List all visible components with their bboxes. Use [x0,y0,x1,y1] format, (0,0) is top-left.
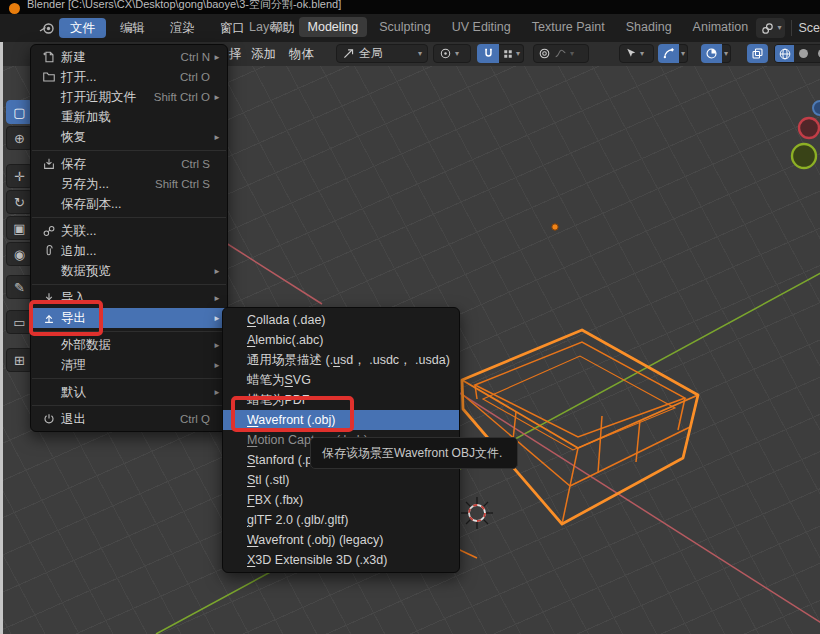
move-tool[interactable]: ✛ [6,164,33,188]
export-menu-item[interactable]: X3D Extensible 3D (.x3d) [223,550,459,570]
export-menu-item[interactable]: Collada (.dae) [223,310,459,330]
shortcut-label: Ctrl N [181,51,210,63]
menubar-item-编辑[interactable]: 编辑 [109,18,156,38]
workspace-tab-animation[interactable]: Animation [684,17,758,37]
menu-item-label: 退出 [61,411,180,428]
shading-wireframe-button[interactable] [775,44,794,63]
file-menu-item[interactable]: 退出Ctrl Q [31,409,227,429]
gizmo-group: ▾ [658,44,693,63]
menu-item-label: 重新加载 [61,109,210,126]
chevron-down-icon: ▾ [418,50,422,58]
object-visibility-dropdown[interactable]: ▾ [619,44,654,63]
file-menu-item[interactable]: 另存为...Shift Ctrl S [31,174,227,194]
menu-item-label: 数据预览 [61,263,210,280]
shading-solid-button[interactable] [794,44,813,63]
menu-separator [32,405,226,406]
export-menu-item[interactable]: Wavefront (.obj) (legacy) [223,530,459,550]
scene-name-label[interactable]: Sce [798,21,820,35]
select-menu[interactable]: 择 [229,46,242,63]
transform-tool[interactable]: ◉ [6,242,33,266]
shortcut-label: Ctrl O [180,71,210,83]
annotate-tool[interactable]: ✎ [6,275,33,299]
export-menu-item[interactable]: 通用场景描述 (.usd， .usdc， .usda) [223,350,459,370]
workspace-tab-sculpting[interactable]: Sculpting [370,17,439,37]
file-menu-item[interactable]: 清理► [31,355,227,375]
file-menu-item[interactable]: 保存副本... [31,194,227,214]
snap-group: ▾ [477,44,527,63]
export-menu-item[interactable]: 蜡笔为SVG [223,370,459,390]
export-menu-item[interactable]: 蜡笔为PDF [223,390,459,410]
toggle-xray-button[interactable] [747,44,768,63]
scene-selector-button[interactable]: ▾ [756,18,785,38]
object-menu[interactable]: 物体 [289,46,314,63]
workspace-tabs: LayoutModelingSculptingUV EditingTexture… [240,17,761,37]
menubar-item-文件[interactable]: 文件 [59,18,106,38]
proportional-edit-icon [538,47,551,60]
export-menu-item[interactable]: Stl (.stl) [223,470,459,490]
wireframe-sphere-icon [778,47,792,61]
menu-item-label: 追加... [61,243,210,260]
file-menu-item[interactable]: 追加... [31,241,227,261]
file-menu-item[interactable]: 关联... [31,221,227,241]
proportional-edit-group[interactable]: ▾ [533,44,589,63]
menubar-item-渲染[interactable]: 渲染 [159,18,206,38]
workspace-tab-shading[interactable]: Shading [617,17,681,37]
file-menu-item[interactable]: 外部数据► [31,335,227,355]
export-menu-item[interactable]: FBX (.fbx) [223,490,459,510]
shading-mode-group [774,44,820,63]
save-icon [39,157,59,171]
file-menu-item[interactable]: 打开...Ctrl O [31,67,227,87]
file-menu-item[interactable]: 导出► [31,308,227,328]
submenu-arrow-icon: ► [213,267,221,276]
export-menu-item[interactable]: Wavefront (.obj) [223,410,459,430]
shading-material-button[interactable] [813,44,820,63]
workspace-tab-uv-editing[interactable]: UV Editing [443,17,520,37]
scale-tool[interactable]: ▣ [6,216,33,240]
file-menu-item[interactable]: 新建Ctrl N► [31,47,227,67]
rotate-tool[interactable]: ↻ [6,190,33,214]
chevron-down-icon: ▾ [724,50,728,58]
file-menu-item[interactable]: 保存Ctrl S [31,154,227,174]
link-icon [39,224,59,238]
workspace-tab-layout[interactable]: Layout [240,17,296,37]
add-menu[interactable]: 添加 [251,46,276,63]
screen-left-edge [0,14,3,634]
gizmo-options-dropdown[interactable]: ▾ [679,44,688,63]
measure-tool[interactable]: ▭ [6,310,33,334]
transform-orientation-dropdown[interactable]: 全局 ▾ [336,44,428,63]
export-menu-item[interactable]: Alembic(.abc) [223,330,459,350]
chevron-down-icon: ▾ [681,50,685,58]
xray-icon [751,47,764,60]
menu-item-label: 保存副本... [61,196,210,213]
submenu-arrow-icon: ► [213,388,221,397]
menu-item-label: 导入 [61,290,210,307]
file-menu-item[interactable]: 恢复► [31,127,227,147]
add-cube-tool[interactable]: ⊞ [6,348,33,372]
pivot-point-dropdown[interactable]: ▾ [433,44,471,63]
overlay-options-dropdown[interactable]: ▾ [722,44,731,63]
snap-toggle-button[interactable] [477,44,499,63]
workspace-tab-texture-paint[interactable]: Texture Paint [523,17,614,37]
show-gizmo-toggle[interactable] [658,44,679,63]
overlays-group: ▾ [701,44,737,63]
menu-separator [32,217,226,218]
submenu-arrow-icon: ► [213,93,221,102]
scenes-icon [760,21,775,36]
scene-cluster: ▾ Sce [751,14,820,42]
show-overlays-toggle[interactable] [701,44,722,63]
workspace-tab-modeling[interactable]: Modeling [299,17,368,37]
cursor-tool[interactable]: ⊕ [6,126,33,150]
box-select-tool[interactable]: ▢ [6,100,33,124]
pointer-eye-icon [624,47,637,60]
pivot-icon [439,47,452,60]
export-menu-item[interactable]: glTF 2.0 (.glb/.gltf) [223,510,459,530]
file-menu-item[interactable]: 数据预览► [31,261,227,281]
file-menu-item[interactable]: 打开近期文件Shift Ctrl O► [31,87,227,107]
blender-menu-icon[interactable] [38,19,56,37]
file-menu-item[interactable]: 导入► [31,288,227,308]
snap-options-dropdown[interactable]: ▾ [499,44,524,63]
power-icon [39,412,59,426]
chevron-down-icon: ▾ [777,24,781,32]
file-menu-item[interactable]: 默认► [31,382,227,402]
file-menu-item[interactable]: 重新加载 [31,107,227,127]
